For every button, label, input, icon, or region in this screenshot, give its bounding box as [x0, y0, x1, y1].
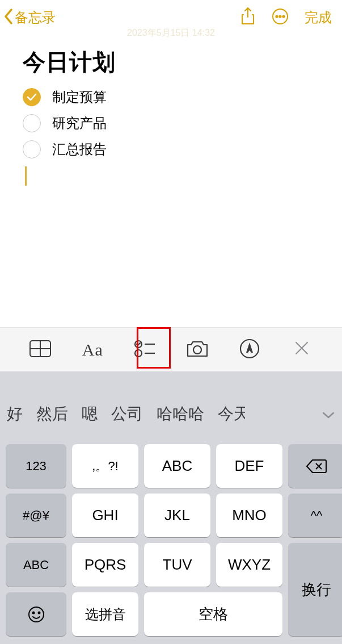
nav-back[interactable]: 备忘录	[3, 8, 240, 27]
key-wxyz[interactable]: WXYZ	[216, 543, 282, 587]
key-enter[interactable]: 换行	[288, 543, 342, 636]
key-select-pinyin[interactable]: 选拼音	[72, 592, 138, 636]
more-icon[interactable]	[272, 8, 289, 27]
key-def[interactable]: DEF	[216, 444, 282, 488]
key-pqrs[interactable]: PQRS	[72, 543, 138, 587]
key-tuv[interactable]: TUV	[144, 543, 210, 587]
text-cursor	[25, 166, 27, 186]
key-jkl[interactable]: JKL	[144, 494, 210, 537]
chevron-down-icon[interactable]	[322, 405, 335, 423]
key-symbols[interactable]: #@¥	[6, 494, 66, 537]
check-label: 汇总报告	[52, 140, 107, 158]
table-icon[interactable]	[20, 340, 60, 360]
key-123[interactable]: 123	[6, 444, 66, 488]
check-circle-icon[interactable]	[23, 114, 41, 132]
svg-point-18	[32, 612, 34, 613]
suggestion[interactable]: 哈哈哈	[157, 403, 204, 425]
key-punct[interactable]: ,。?!	[72, 444, 138, 488]
key-mno[interactable]: MNO	[216, 494, 282, 537]
key-abc[interactable]: ABC	[144, 444, 210, 488]
svg-point-3	[282, 15, 284, 17]
suggestion[interactable]: 今天	[218, 403, 245, 425]
note-body[interactable]: 今日计划 制定预算 研究产品 汇总报告	[0, 35, 342, 186]
nav-actions: 完成	[240, 7, 332, 28]
svg-point-2	[279, 15, 281, 17]
note-title: 今日计划	[23, 47, 319, 78]
suggestion[interactable]: 公司	[111, 403, 143, 425]
key-backspace[interactable]	[288, 444, 342, 488]
check-item[interactable]: 制定预算	[23, 88, 319, 106]
check-circle-done-icon[interactable]	[23, 88, 41, 106]
suggestion-bar: 好 然后 嗯 公司 哈哈哈 今天	[0, 371, 342, 434]
text-format-button[interactable]: Aa	[73, 340, 112, 359]
key-grid: 123 ,。?! ABC DEF #@¥ GHI JKL MNO ^^ ABC …	[6, 444, 336, 636]
key-shift-abc[interactable]: ABC	[6, 543, 66, 587]
suggestion[interactable]: 嗯	[82, 403, 98, 425]
svg-point-19	[38, 612, 40, 613]
suggestion[interactable]: 好	[7, 403, 23, 425]
nav-back-label: 备忘录	[15, 9, 56, 27]
svg-point-9	[135, 350, 142, 357]
key-kaomoji[interactable]: ^^	[288, 494, 342, 537]
suggestion[interactable]: 然后	[36, 403, 68, 425]
svg-point-1	[276, 15, 277, 17]
svg-point-11	[193, 346, 201, 354]
markup-icon[interactable]	[230, 338, 269, 361]
key-space[interactable]: 空格	[144, 592, 282, 636]
keyboard: 好 然后 嗯 公司 哈哈哈 今天 123 ,。?! ABC DEF #@¥ GH…	[0, 371, 342, 644]
checklist-icon[interactable]	[125, 339, 164, 361]
key-label: ,。?!	[92, 458, 118, 475]
camera-icon[interactable]	[178, 339, 217, 361]
check-item[interactable]: 汇总报告	[23, 140, 319, 158]
key-emoji[interactable]	[6, 592, 66, 636]
key-ghi[interactable]: GHI	[72, 494, 138, 537]
check-item[interactable]: 研究产品	[23, 114, 319, 132]
chevron-left-icon	[3, 8, 14, 27]
nav-bar: 备忘录 完成	[0, 0, 342, 35]
close-icon[interactable]	[282, 340, 322, 359]
share-icon[interactable]	[240, 7, 256, 28]
format-toolbar: Aa	[0, 327, 342, 371]
check-label: 研究产品	[52, 114, 107, 132]
svg-point-17	[29, 607, 44, 622]
done-button[interactable]: 完成	[305, 9, 332, 27]
check-label: 制定预算	[52, 88, 107, 106]
check-circle-icon[interactable]	[23, 140, 41, 158]
checklist: 制定预算 研究产品 汇总报告	[23, 88, 319, 158]
